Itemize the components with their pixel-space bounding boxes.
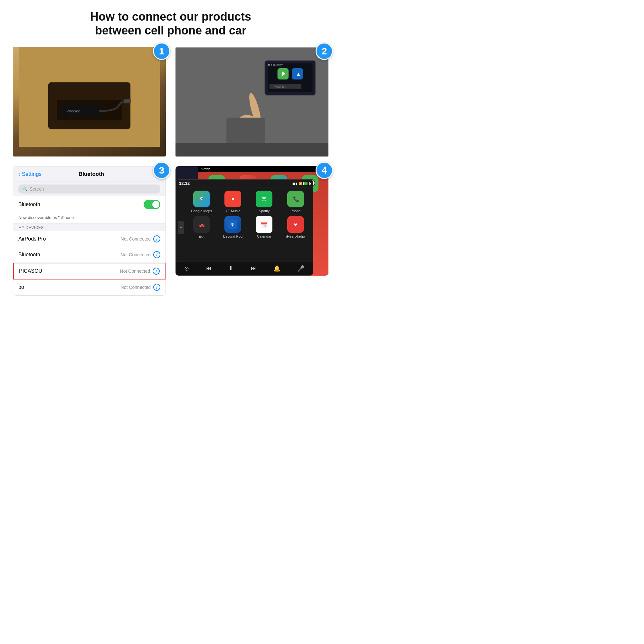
device-status-po: Not Connected i bbox=[121, 284, 160, 291]
step2-photo: ▲ Waiting... ✱ Unknown bbox=[175, 47, 328, 156]
aa-battery-fill bbox=[304, 182, 308, 185]
svg-text:ottocast: ottocast bbox=[67, 109, 80, 113]
svg-text:280: 280 bbox=[201, 197, 204, 200]
search-container: 🔍 Search bbox=[13, 182, 166, 196]
device-name-airpods: AirPods Pro bbox=[18, 236, 46, 242]
aa-notification-icon[interactable]: 🔔 bbox=[273, 265, 280, 272]
device-status-picasou: Not Connected i bbox=[120, 268, 160, 275]
svg-text:+: + bbox=[265, 223, 266, 226]
aa-apps-grid: 280 Google Maps YT Music bbox=[184, 187, 313, 241]
aa-app-phone[interactable]: 📞 Phone bbox=[281, 191, 309, 213]
aa-microphone-icon[interactable]: 🎤 bbox=[297, 265, 304, 272]
svg-text:🎙: 🎙 bbox=[231, 222, 235, 227]
info-icon-po[interactable]: i bbox=[153, 284, 160, 291]
device-name-po: po bbox=[18, 284, 24, 290]
step2-cell: ▲ Waiting... ✱ Unknown 2 bbox=[175, 47, 328, 156]
bluetooth-title: Bluetooth bbox=[79, 171, 123, 177]
device-name-bluetooth: Bluetooth bbox=[18, 252, 40, 258]
settings-panel: ‹ Settings Bluetooth 🔍 Search Bluetooth bbox=[13, 166, 166, 296]
aa-next-icon[interactable]: ⏭ bbox=[251, 265, 257, 272]
search-bar[interactable]: 🔍 Search bbox=[18, 185, 160, 194]
aa-battery-icon bbox=[303, 182, 310, 185]
page-title: How to connect our products between cell… bbox=[13, 10, 328, 37]
svg-text:🚗: 🚗 bbox=[199, 222, 205, 228]
device-status-airpods: Not Connected i bbox=[121, 235, 160, 242]
info-icon-bluetooth[interactable]: i bbox=[153, 251, 160, 258]
bluetooth-label: Bluetooth bbox=[18, 202, 40, 207]
my-devices-section-header: MY DEVICES bbox=[13, 223, 166, 231]
wood-surface: ottocast bbox=[13, 47, 166, 147]
aa-calendar-label: Calendar bbox=[257, 234, 271, 238]
settings-header: ‹ Settings Bluetooth bbox=[13, 166, 166, 182]
info-icon-picasou[interactable]: i bbox=[153, 268, 160, 275]
aa-statusbar: 12:32 ▮▮▮ 📶 bbox=[176, 180, 313, 187]
step1-photo: ottocast bbox=[13, 47, 166, 156]
svg-text:❤: ❤ bbox=[294, 222, 298, 227]
aa-signal-icon: ▮▮▮ bbox=[292, 182, 297, 185]
discoverable-text: Now discoverable as " iPhone". bbox=[13, 213, 166, 223]
aa-pause-icon[interactable]: ⏸ bbox=[228, 265, 234, 272]
aa-maps-label: Google Maps bbox=[191, 209, 212, 213]
aa-app-google-maps[interactable]: 280 Google Maps bbox=[187, 191, 215, 213]
carplay-display: 17:22 ▮▮▮ 📶 📞 ♫ bbox=[175, 166, 328, 276]
aa-collapse-button[interactable]: ^ bbox=[178, 221, 184, 234]
chevron-left-icon: ‹ bbox=[18, 170, 21, 178]
step4-cell: 17:22 ▮▮▮ 📶 📞 ♫ bbox=[175, 166, 328, 296]
aa-beyondpod-icon: 🎙 bbox=[224, 216, 241, 233]
aa-phone-icon: 📞 bbox=[287, 191, 304, 207]
aa-app-calendar[interactable]: 31+ Calendar bbox=[250, 216, 278, 238]
device-name-picasou: PICASOU bbox=[19, 268, 42, 274]
aa-app-beyondpod[interactable]: 🎙 Beyond Pod bbox=[219, 216, 247, 238]
step3-cell: ‹ Settings Bluetooth 🔍 Search Bluetooth bbox=[13, 166, 166, 296]
step3-badge: 3 bbox=[153, 162, 170, 179]
android-auto-screen: 12:32 ▮▮▮ 📶 ^ 280 bbox=[175, 179, 313, 276]
device-row-picasou: PICASOU Not Connected i bbox=[13, 263, 166, 279]
aa-app-exit[interactable]: 🚗 Exit bbox=[187, 216, 215, 238]
step1-cell: ottocast 1 bbox=[13, 47, 166, 156]
aa-prev-icon[interactable]: ⏮ bbox=[206, 265, 212, 272]
aa-spotify-label: Spotify bbox=[259, 209, 270, 213]
svg-rect-6 bbox=[124, 99, 131, 104]
aa-phone-label: Phone bbox=[290, 209, 301, 213]
step4-badge: 4 bbox=[316, 162, 333, 179]
svg-text:Waiting...: Waiting... bbox=[274, 85, 286, 89]
svg-text:▲: ▲ bbox=[296, 71, 301, 77]
device-row-airpods: AirPods Pro Not Connected i bbox=[13, 231, 166, 247]
toggle-thumb bbox=[152, 201, 159, 208]
device-status-bluetooth: Not Connected i bbox=[121, 251, 160, 258]
bluetooth-toggle[interactable] bbox=[144, 200, 160, 209]
aa-status-group: ▮▮▮ 📶 bbox=[292, 182, 310, 185]
aa-app-ytmusic[interactable]: YT Music bbox=[219, 191, 247, 213]
aa-app-spotify[interactable]: Spotify bbox=[250, 191, 278, 213]
aa-wifi-icon: 📶 bbox=[298, 182, 302, 185]
aa-calendar-icon: 31+ bbox=[256, 216, 272, 233]
aa-app-iheartradio[interactable]: ❤ iHeartRadio bbox=[281, 216, 309, 238]
aa-bottom-bar: ⊙ ⏮ ⏸ ⏭ 🔔 🎤 bbox=[176, 261, 313, 275]
aa-spotify-icon bbox=[256, 191, 272, 207]
svg-text:📞: 📞 bbox=[293, 196, 299, 202]
aa-home-icon[interactable]: ⊙ bbox=[184, 265, 189, 272]
aa-time-display: 12:32 bbox=[179, 181, 190, 186]
aa-beyondpod-label: Beyond Pod bbox=[223, 234, 242, 238]
aa-iheartradio-icon: ❤ bbox=[287, 216, 304, 233]
aa-exit-icon: 🚗 bbox=[193, 216, 210, 233]
carplay-time: 17:22 bbox=[201, 167, 210, 171]
step2-badge: 2 bbox=[316, 43, 333, 60]
aa-ytmusic-label: YT Music bbox=[225, 209, 240, 213]
device-row-bluetooth: Bluetooth Not Connected i bbox=[13, 247, 166, 263]
aa-maps-icon: 280 bbox=[193, 191, 210, 207]
search-icon: 🔍 bbox=[22, 186, 28, 192]
bluetooth-toggle-row: Bluetooth bbox=[13, 196, 166, 213]
aa-iheartradio-label: iHeartRadio bbox=[286, 234, 305, 238]
svg-point-28 bbox=[260, 195, 268, 203]
svg-rect-22 bbox=[175, 143, 328, 156]
svg-text:✱ Unknown: ✱ Unknown bbox=[268, 64, 283, 67]
aa-exit-label: Exit bbox=[199, 234, 204, 238]
step1-badge: 1 bbox=[153, 43, 170, 60]
carplay-statusbar: 17:22 ▮▮▮ 📶 bbox=[198, 166, 328, 172]
settings-back[interactable]: ‹ Settings bbox=[18, 170, 42, 178]
info-icon-airpods[interactable]: i bbox=[153, 235, 160, 242]
aa-ytmusic-icon bbox=[224, 191, 241, 207]
steps-grid: ottocast 1 bbox=[13, 47, 328, 296]
device-row-po: po Not Connected i bbox=[13, 279, 166, 295]
